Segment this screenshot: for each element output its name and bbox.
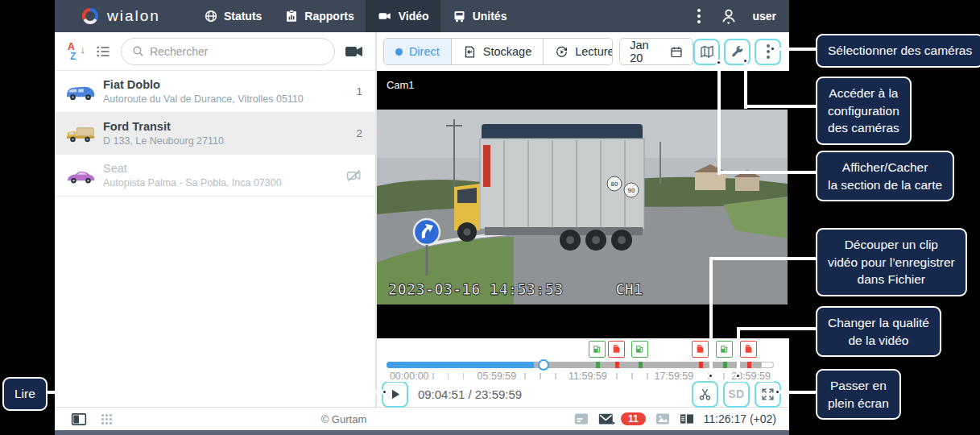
timeline-thumb[interactable] (538, 359, 549, 371)
storage-icon (463, 45, 477, 59)
callout-play: Lire (2, 377, 48, 411)
cut-clip-button[interactable] (694, 383, 716, 405)
vehicle-row-seat[interactable]: Seat Autopista Palma - Sa Pobla, Inca 07… (55, 155, 375, 197)
timeline-scrubber[interactable] (387, 362, 774, 368)
tab-label: Direct (409, 45, 440, 58)
window-bottom-edge (55, 430, 789, 435)
log-icon[interactable] (574, 412, 589, 425)
no-video-icon (346, 168, 362, 184)
date-picker-button[interactable]: Jan 20 (619, 38, 693, 65)
vehicle-row-fiat-doblo[interactable]: Fiat Doblo Autoroute du Val de Durance, … (55, 71, 375, 113)
nav-item-unites[interactable]: Unités (440, 0, 519, 32)
fuel-fill-marker-icon[interactable] (589, 341, 606, 358)
callout-select-cameras: Sélectionner des caméras (816, 34, 980, 68)
search-box (121, 38, 335, 65)
vehicle-name: Seat (103, 162, 346, 175)
playback-position: 09:04:51 / 23:59:59 (418, 387, 522, 401)
search-input[interactable] (150, 45, 325, 58)
toggle-left-panel-icon[interactable] (71, 412, 87, 426)
media-gallery-icon[interactable] (655, 412, 670, 425)
user-name: user (752, 10, 776, 23)
fuel-theft-marker-icon[interactable] (740, 341, 757, 358)
connector-dot-cut (708, 373, 713, 379)
status-bar: © Gurtam 11 (55, 407, 789, 430)
connector-dot-quality (735, 373, 741, 379)
top-navbar: wialon Statuts Rapports (55, 0, 789, 32)
video-mode-tabs: Direct Stockage (383, 38, 613, 65)
nav-label: Unités (473, 10, 507, 23)
navbar-menu-kebab-icon[interactable] (693, 6, 705, 27)
date-label: Jan 20 (630, 39, 663, 64)
tab-stockage[interactable]: Stockage (452, 39, 544, 64)
timeline-section: 00:00:00 05:59:59 11:59:59 17:59:59 23:5… (377, 338, 789, 381)
reports-icon (284, 9, 299, 23)
connector-cut-vertical (709, 257, 713, 378)
play-icon (388, 387, 402, 401)
vehicle-icon-van (64, 81, 97, 102)
annotated-screenshot: wialon Statuts Rapports (0, 0, 980, 435)
notifications-mail-icon[interactable] (598, 412, 616, 426)
highlight-quality-button: SD (723, 381, 750, 408)
vehicle-row-ford-transit[interactable]: Ford Transit D 133, Le Neubourg 27110 2 (55, 113, 375, 155)
nav-item-rapports[interactable]: Rapports (273, 0, 365, 32)
wrench-icon (730, 44, 745, 60)
camera-count: 1 (356, 85, 362, 97)
play-button[interactable] (384, 383, 406, 405)
list-view-icon[interactable] (95, 44, 111, 60)
news-icon[interactable] (680, 412, 694, 425)
scissors-icon (697, 387, 713, 402)
connector-fullscreen (779, 391, 816, 394)
connector-quality-horizontal (737, 327, 816, 330)
timeline-labels: 00:00:00 05:59:59 11:59:59 17:59:59 23:5… (387, 371, 774, 382)
highlight-cut-button (692, 381, 718, 408)
connector-dot-play (382, 389, 387, 395)
vehicle-name: Fiat Doblo (103, 78, 356, 91)
sort-alphabetical-icon[interactable]: A↓Z (68, 43, 85, 60)
timeline-event-markers (377, 341, 789, 358)
live-dot-icon (395, 48, 403, 56)
video-viewport[interactable]: Cam1 (377, 71, 789, 338)
wialon-logo[interactable]: wialon (81, 6, 160, 26)
fuel-theft-marker-icon[interactable] (692, 341, 709, 358)
connector-cut-horizontal (709, 257, 816, 260)
connector-dot-config (742, 58, 748, 64)
nav-item-statuts[interactable]: Statuts (192, 0, 273, 32)
playback-icon (555, 45, 569, 59)
playback-controls: 09:04:51 / 23:59:59 (377, 381, 789, 407)
tab-label: Stockage (483, 45, 531, 58)
time-label: 00:00:00 (387, 371, 432, 382)
connector-config-vertical (744, 61, 747, 109)
apps-grid-icon[interactable] (100, 412, 114, 426)
nav-item-video[interactable]: Vidéo (366, 0, 440, 32)
vehicle-list-panel: A↓Z (55, 32, 377, 407)
navbar-right: user (693, 6, 789, 27)
notification-count-badge[interactable]: 11 (621, 412, 646, 425)
timeline-progress-fill (387, 362, 534, 368)
fuel-theft-marker-icon[interactable] (608, 341, 625, 358)
svg-text:80: 80 (610, 181, 618, 188)
logo-wordmark: wialon (107, 7, 160, 25)
fuel-fill-marker-icon[interactable] (631, 341, 648, 358)
callout-camera-config: Accéder à la configuration des caméras (816, 77, 912, 145)
connector-dot-select-cameras (770, 46, 775, 52)
tab-lecture[interactable]: Lecture (544, 39, 613, 64)
connector-quality-vertical (737, 327, 740, 378)
toggle-map-button[interactable] (696, 41, 717, 63)
connector-config-horizontal (744, 105, 816, 108)
camera-filter-icon[interactable] (345, 44, 364, 59)
connector-dot-map (716, 60, 722, 65)
fuel-fill-marker-icon[interactable] (716, 341, 733, 358)
fullscreen-icon (760, 387, 775, 402)
tab-label: Lecture (575, 45, 613, 58)
map-icon (699, 44, 715, 60)
tab-direct[interactable]: Direct (384, 39, 452, 64)
time-label: 11:59:59 (565, 371, 610, 382)
nav-label: Vidéo (399, 10, 429, 23)
video-panel: Direct Stockage (377, 32, 789, 407)
select-cameras-kebab-icon[interactable] (757, 41, 779, 63)
quality-button[interactable]: SD (726, 383, 747, 405)
video-camera-icon (377, 9, 393, 23)
user-icon[interactable] (720, 7, 738, 25)
camera-count: 2 (356, 127, 362, 139)
connector-map-vertical (717, 63, 721, 175)
